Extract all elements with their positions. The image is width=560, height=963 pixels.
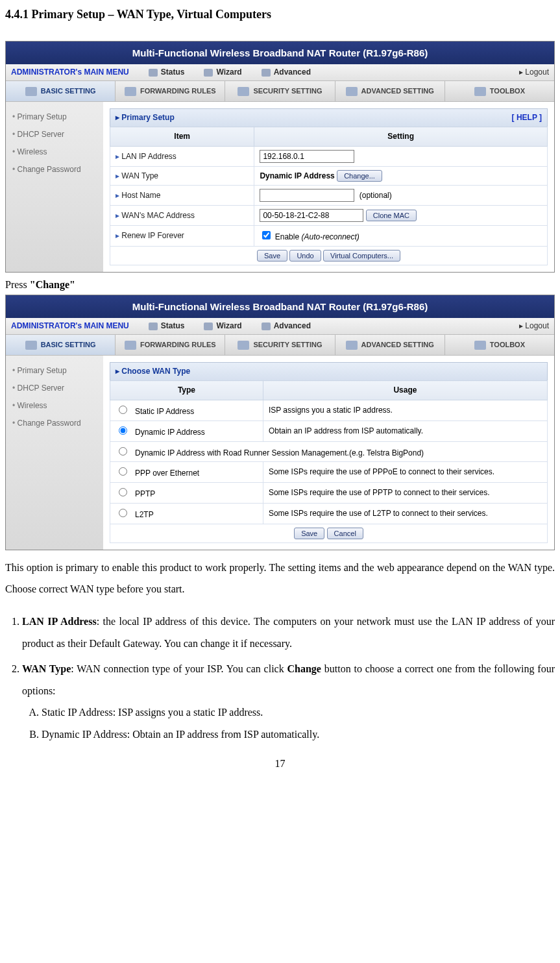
tab-forwarding-label: FORWARDING RULES	[140, 340, 216, 350]
advanced-setting-icon	[346, 87, 358, 96]
lan-ip-input[interactable]	[260, 150, 354, 163]
wan-mac-label: WAN's MAC Address	[110, 205, 254, 225]
tab-bar: BASIC SETTING FORWARDING RULES SECURITY …	[6, 335, 554, 356]
forwarding-icon	[125, 87, 136, 96]
li1-bold: LAN IP Address	[22, 616, 97, 627]
sidebar-item-wireless[interactable]: Wireless	[6, 143, 103, 161]
tab-forwarding-rules[interactable]: FORWARDING RULES	[116, 81, 225, 101]
usage-dynamic-ip: Obtain an IP address from ISP automatica…	[263, 421, 547, 441]
wan-type-label: WAN Type	[110, 166, 254, 185]
sidebar-item-change-password[interactable]: Change Password	[6, 415, 103, 432]
host-name-input[interactable]	[260, 189, 354, 202]
menu-wizard[interactable]: Wizard	[204, 321, 241, 332]
tab-security-setting[interactable]: SECURITY SETTING	[225, 81, 335, 101]
radio-pppoe[interactable]	[119, 467, 127, 476]
wan-mac-input[interactable]	[260, 209, 363, 222]
menu-status[interactable]: Status	[149, 67, 185, 78]
save-button[interactable]: Save	[257, 250, 287, 262]
tab-advanced-label: ADVANCED SETTING	[361, 86, 434, 96]
sidebar-item-change-password[interactable]: Change Password	[6, 161, 103, 178]
alpha-list: Static IP Address: ISP assigns you a sta…	[22, 701, 555, 745]
virtual-computers-button[interactable]: Virtual Computers...	[323, 250, 400, 262]
save-button[interactable]: Save	[294, 528, 324, 539]
tab-advanced-setting[interactable]: ADVANCED SETTING	[335, 335, 445, 355]
logout-link[interactable]: Logout	[519, 67, 549, 78]
menu-advanced[interactable]: Advanced	[262, 67, 311, 78]
opt-road-runner: Dynamic IP Address with Road Runner Sess…	[135, 448, 424, 457]
panel-title: ▸ Choose WAN Type	[116, 366, 190, 377]
change-button[interactable]: Change...	[337, 170, 382, 182]
tab-forwarding-rules[interactable]: FORWARDING RULES	[116, 335, 225, 355]
sidebar-item-primary-setup[interactable]: Primary Setup	[6, 108, 103, 126]
sidebar-item-dhcp-server[interactable]: DHCP Server	[6, 126, 103, 143]
menu-wizard[interactable]: Wizard	[204, 67, 241, 78]
router-title-bar: Multi-Functional Wireless Broadband NAT …	[6, 42, 554, 64]
li1-rest: : the local IP address of this device. T…	[22, 616, 555, 649]
sidebar: Primary Setup DHCP Server Wireless Chang…	[6, 356, 103, 549]
logout-link[interactable]: Logout	[519, 321, 549, 332]
advanced-icon	[262, 323, 271, 330]
main-panel-choose-wan: ▸ Choose WAN Type Type Usage Static IP A…	[103, 356, 554, 549]
router-title-bar: Multi-Functional Wireless Broadband NAT …	[6, 295, 554, 318]
th-setting: Setting	[254, 127, 548, 147]
opt-pptp: PPTP	[135, 489, 155, 498]
list-item-1: LAN IP Address: the local IP address of …	[22, 611, 555, 654]
tab-basic-label: BASIC SETTING	[41, 86, 96, 96]
tab-toolbox[interactable]: TOOLBOX	[445, 335, 554, 355]
wan-type-table: Type Usage Static IP Address ISP assigns…	[110, 380, 548, 543]
tab-bar: BASIC SETTING FORWARDING RULES SECURITY …	[6, 81, 554, 102]
list-item-2: WAN Type: WAN connection type of your IS…	[22, 658, 555, 745]
th-usage: Usage	[263, 381, 547, 400]
tab-toolbox[interactable]: TOOLBOX	[445, 81, 554, 101]
menu-bar: ADMINISTRATOR's MAIN MENU Status Wizard …	[6, 318, 554, 335]
advanced-icon	[262, 69, 271, 77]
tab-security-setting[interactable]: SECURITY SETTING	[225, 335, 335, 355]
menu-advanced[interactable]: Advanced	[262, 321, 311, 332]
section-title: 4.4.1 Primary Setup – WAN Type, Virtual …	[5, 6, 555, 23]
menu-status-label: Status	[161, 321, 185, 332]
panel-title: ▸ Primary Setup	[116, 112, 175, 123]
tab-basic-setting[interactable]: BASIC SETTING	[6, 335, 116, 355]
host-name-optional: (optional)	[359, 191, 392, 200]
panel-title-text: Choose WAN Type	[121, 367, 190, 376]
panel-header: ▸ Primary Setup [ HELP ]	[110, 108, 548, 127]
tab-security-label: SECURITY SETTING	[253, 86, 322, 96]
radio-l2tp[interactable]	[119, 509, 127, 517]
tab-advanced-setting[interactable]: ADVANCED SETTING	[335, 81, 445, 101]
tab-advanced-label: ADVANCED SETTING	[361, 340, 434, 350]
radio-pptp[interactable]	[119, 488, 127, 496]
usage-pppoe: Some ISPs require the use of PPPoE to co…	[263, 462, 547, 483]
opt-dynamic-ip: Dynamic IP Address	[135, 428, 205, 437]
renew-ip-checkbox[interactable]	[262, 231, 271, 239]
host-name-label: Host Name	[110, 185, 254, 205]
security-icon	[237, 87, 249, 96]
tab-toolbox-label: TOOLBOX	[490, 86, 525, 96]
radio-road-runner[interactable]	[119, 447, 127, 456]
li2-mid: : WAN connection type of your ISP. You c…	[71, 663, 287, 674]
help-link[interactable]: [ HELP ]	[512, 112, 542, 123]
admin-main-menu-label: ADMINISTRATOR's MAIN MENU	[11, 321, 129, 332]
wizard-icon	[204, 69, 213, 77]
list-item-b: Dynamic IP Address: Obtain an IP address…	[42, 724, 555, 746]
opt-l2tp: L2TP	[135, 510, 154, 519]
radio-static-ip[interactable]	[119, 406, 127, 414]
tab-basic-setting[interactable]: BASIC SETTING	[6, 81, 116, 101]
th-item: Item	[110, 127, 254, 147]
li2-change-bold: Change	[287, 663, 321, 674]
press-change-bold: "Change"	[30, 279, 75, 290]
sidebar-item-dhcp-server[interactable]: DHCP Server	[6, 380, 103, 397]
th-type: Type	[110, 381, 263, 400]
usage-l2tp: Some ISPs require the use of L2TP to con…	[263, 503, 547, 524]
primary-setup-table: Item Setting LAN IP Address WAN Type Dyn…	[110, 127, 548, 265]
cancel-button[interactable]: Cancel	[327, 528, 363, 539]
status-icon	[149, 323, 158, 330]
sidebar-item-wireless[interactable]: Wireless	[6, 397, 103, 415]
menu-status[interactable]: Status	[149, 321, 185, 332]
clone-mac-button[interactable]: Clone MAC	[366, 210, 417, 221]
sidebar-item-primary-setup[interactable]: Primary Setup	[6, 362, 103, 380]
undo-button[interactable]: Undo	[289, 250, 321, 262]
opt-pppoe: PPP over Ethernet	[135, 469, 199, 478]
main-panel-primary-setup: ▸ Primary Setup [ HELP ] Item Setting LA…	[103, 102, 554, 271]
radio-dynamic-ip[interactable]	[119, 426, 127, 435]
toolbox-icon	[474, 341, 486, 350]
